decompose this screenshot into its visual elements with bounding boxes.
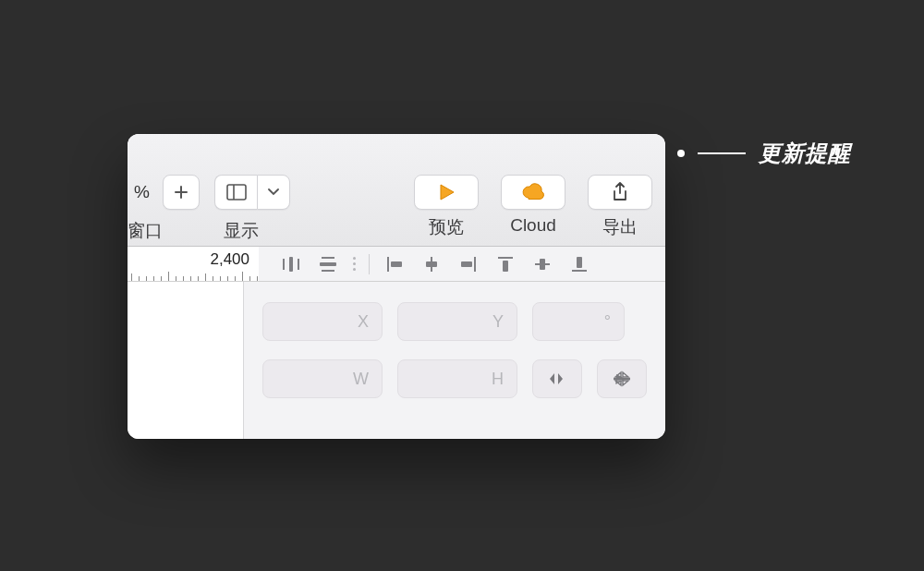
svg-rect-18 — [572, 270, 587, 272]
preview-label: 预览 — [429, 215, 464, 239]
chevron-down-icon — [268, 188, 279, 196]
x-label: X — [358, 312, 369, 332]
annotation-callout: 更新提醒 — [677, 139, 851, 168]
export-label: 导出 — [602, 215, 638, 239]
y-label: Y — [492, 312, 504, 332]
cloud-icon — [521, 183, 545, 201]
toolbar: % 窗口 显示 预览 — [128, 134, 665, 247]
svg-rect-5 — [322, 257, 334, 259]
align-right-button[interactable] — [453, 252, 484, 276]
svg-rect-3 — [289, 257, 293, 272]
callout-dot-icon — [677, 150, 685, 157]
callout-line — [698, 152, 746, 154]
export-button[interactable] — [588, 175, 652, 210]
svg-rect-15 — [503, 261, 508, 272]
svg-rect-4 — [298, 259, 299, 270]
window-group-label: 窗口 — [128, 219, 168, 243]
x-field[interactable]: X — [262, 302, 383, 341]
distribute-horizontal-button[interactable] — [275, 252, 307, 276]
svg-rect-14 — [498, 257, 513, 259]
inspector-panel: X Y ° W H — [244, 282, 665, 439]
svg-rect-19 — [577, 257, 582, 268]
canvas-area[interactable] — [128, 282, 244, 439]
ruler-value: 2,400 — [210, 250, 249, 269]
distribute-vertical-button[interactable] — [312, 252, 344, 276]
svg-rect-2 — [283, 259, 285, 270]
align-center-v-button[interactable] — [527, 252, 558, 276]
y-field[interactable]: Y — [397, 302, 517, 341]
horizontal-ruler: 2,400 — [128, 247, 259, 281]
flip-v-icon — [613, 371, 631, 387]
svg-rect-13 — [461, 261, 472, 267]
lower-pane: X Y ° W H — [128, 282, 665, 439]
play-icon — [436, 182, 456, 202]
svg-rect-7 — [322, 270, 334, 272]
sidebar-layout-icon — [226, 184, 247, 200]
zoom-in-button[interactable] — [163, 175, 200, 210]
cloud-label: Cloud — [510, 215, 556, 236]
display-group-label: 显示 — [224, 219, 259, 243]
ruler-ticks — [128, 268, 259, 281]
rotation-field[interactable]: ° — [532, 302, 625, 341]
plus-icon — [174, 185, 188, 200]
width-field[interactable]: W — [262, 359, 383, 398]
svg-rect-17 — [540, 259, 545, 270]
toolbar-separator — [369, 254, 370, 274]
flip-horizontal-button[interactable] — [532, 359, 582, 398]
display-mode-group — [214, 175, 290, 210]
ruler-row: 2,400 — [128, 247, 665, 282]
callout-text: 更新提醒 — [759, 139, 851, 168]
more-distribute-icon[interactable] — [353, 257, 356, 271]
preview-button[interactable] — [414, 175, 479, 210]
toolbar-right-cluster: 预览 Cloud 导出 — [414, 175, 652, 239]
display-layout-button[interactable] — [214, 175, 257, 210]
h-label: H — [492, 370, 504, 389]
svg-rect-8 — [387, 257, 389, 272]
height-field[interactable]: H — [397, 359, 517, 398]
svg-rect-9 — [391, 261, 402, 267]
align-bottom-button[interactable] — [564, 252, 595, 276]
w-label: W — [353, 370, 369, 389]
alignment-toolbar — [259, 247, 665, 281]
flip-h-icon — [548, 371, 566, 387]
svg-rect-11 — [426, 261, 437, 267]
share-icon — [612, 182, 628, 202]
app-window: 共享组件库有更新可用 % 窗口 显示 — [128, 134, 665, 439]
align-center-h-button[interactable] — [416, 252, 447, 276]
svg-rect-6 — [320, 262, 336, 266]
flip-vertical-button[interactable] — [597, 359, 647, 398]
cloud-button[interactable] — [501, 175, 565, 210]
svg-rect-0 — [227, 185, 246, 200]
align-left-button[interactable] — [379, 252, 410, 276]
display-dropdown-button[interactable] — [257, 175, 290, 210]
degree-label: ° — [604, 312, 611, 332]
zoom-percent-label: % — [128, 175, 155, 210]
zoom-controls: % — [128, 175, 200, 210]
svg-rect-12 — [474, 257, 476, 272]
align-top-button[interactable] — [490, 252, 521, 276]
